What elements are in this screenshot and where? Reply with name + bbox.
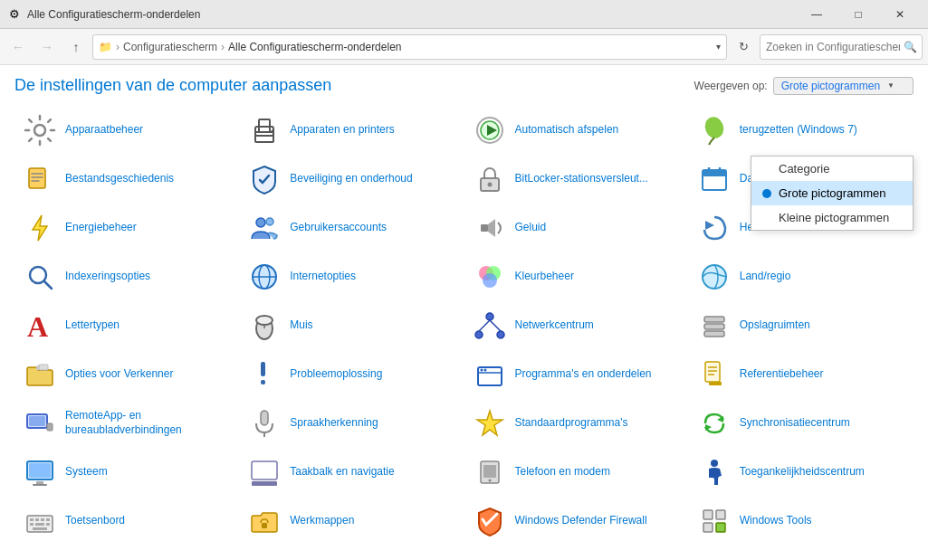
programmas-icon bbox=[472, 356, 508, 393]
geluid-icon bbox=[472, 210, 508, 246]
app-icon: ⚙ bbox=[7, 7, 22, 22]
refresh-button[interactable]: ↻ bbox=[731, 34, 756, 60]
grid-item-toegankelijkheid[interactable]: Toegankelijkheidscentrum bbox=[689, 448, 914, 497]
apparaten-printers-icon bbox=[246, 112, 282, 148]
svg-point-29 bbox=[483, 273, 497, 288]
grid-item-referentie[interactable]: Referentiebeheer bbox=[689, 350, 914, 399]
gebruikers-label: Gebruikersaccounts bbox=[290, 221, 387, 235]
wintools-label: Windows Tools bbox=[740, 514, 812, 528]
svg-point-11 bbox=[487, 183, 492, 187]
werkmappen-label: Werkmappen bbox=[290, 514, 354, 528]
svg-rect-67 bbox=[483, 465, 496, 478]
automatisch-afspelen-label: Automatisch afspelen bbox=[515, 123, 619, 138]
svg-line-23 bbox=[44, 281, 52, 289]
grid-item-gebruikers[interactable]: Gebruikersaccounts bbox=[239, 204, 464, 252]
grid-item-sync[interactable]: Synchronisatiecentrum bbox=[689, 399, 914, 448]
view-control: Weergeven op: Grote pictogrammen bbox=[694, 77, 914, 95]
grid-item-terugzetten[interactable]: terugzetten (Windows 7) bbox=[689, 106, 914, 155]
svg-marker-58 bbox=[477, 411, 502, 435]
breadcrumb-dropdown[interactable]: ▾ bbox=[716, 42, 721, 52]
close-button[interactable]: ✕ bbox=[879, 0, 921, 29]
titlebar: ⚙ Alle Configuratiescherm-onderdelen — □… bbox=[0, 0, 928, 29]
maximize-button[interactable]: □ bbox=[837, 0, 879, 29]
taakbalk-label: Taakbalk en navigatie bbox=[290, 465, 394, 479]
svg-rect-83 bbox=[716, 523, 725, 532]
minimize-button[interactable]: — bbox=[796, 0, 837, 29]
dropdown-item-small[interactable]: Kleine pictogrammen bbox=[751, 205, 913, 230]
grid-item-lettertypen[interactable]: ALettertypen bbox=[14, 301, 239, 350]
svg-rect-73 bbox=[41, 518, 44, 521]
page-title: De instellingen van de computer aanpasse… bbox=[14, 76, 331, 95]
svg-rect-41 bbox=[704, 324, 724, 329]
grid-item-netwerk[interactable]: Netwerkcentrum bbox=[464, 301, 689, 350]
grid-item-internet[interactable]: Internetopties bbox=[239, 252, 464, 301]
grid-item-bestandsgeschiedenis[interactable]: Bestandsgeschiedenis bbox=[14, 155, 239, 204]
dropdown-item-category[interactable]: Categorie bbox=[751, 157, 913, 181]
grid-item-verkenner[interactable]: Opties voor Verkenner bbox=[14, 350, 239, 399]
taakbalk-icon bbox=[246, 454, 282, 490]
svg-rect-74 bbox=[46, 518, 50, 521]
grid-item-automatisch-afspelen[interactable]: Automatisch afspelen bbox=[464, 106, 689, 155]
svg-line-38 bbox=[479, 320, 490, 331]
verkenner-icon bbox=[22, 356, 58, 393]
view-dropdown-button[interactable]: Grote pictogrammen bbox=[773, 77, 914, 95]
grid-item-standaard[interactable]: Standaardprogramma's bbox=[464, 399, 689, 448]
muis-label: Muis bbox=[290, 318, 312, 333]
grid-item-beveiliging[interactable]: Beveiliging en onderhoud bbox=[239, 155, 464, 204]
remote-icon bbox=[22, 405, 58, 441]
grid-item-apparaten-printers[interactable]: Apparaten en printers bbox=[239, 106, 464, 155]
grid-item-remote[interactable]: RemoteApp- en bureaubladverbindingen bbox=[14, 399, 239, 448]
grid-item-programmas[interactable]: Programma's en onderdelen bbox=[464, 350, 689, 399]
grid-item-kleurbeheer[interactable]: Kleurbeheer bbox=[464, 252, 689, 301]
opslag-label: Opslagruimten bbox=[740, 318, 810, 333]
search-wrap: 🔍 bbox=[760, 34, 923, 60]
grid-item-telefoon[interactable]: Telefoon en modem bbox=[464, 448, 689, 497]
forward-button[interactable]: → bbox=[34, 34, 60, 60]
grid-item-taakbalk[interactable]: Taakbalk en navigatie bbox=[239, 448, 464, 497]
landregio-label: Land/regio bbox=[740, 270, 791, 284]
grid-item-opslag[interactable]: Opslagruimten bbox=[689, 301, 914, 350]
toegankelijkheid-label: Toegankelijkheidscentrum bbox=[740, 465, 865, 479]
svg-point-68 bbox=[488, 479, 491, 482]
search-input[interactable] bbox=[760, 34, 923, 60]
svg-rect-40 bbox=[704, 317, 724, 322]
svg-rect-64 bbox=[33, 484, 47, 486]
grid-item-indexering[interactable]: Indexeringsopties bbox=[14, 252, 239, 301]
svg-rect-42 bbox=[704, 331, 724, 337]
svg-rect-65 bbox=[252, 461, 277, 479]
back-button[interactable]: ← bbox=[5, 34, 31, 60]
svg-rect-46 bbox=[261, 380, 265, 384]
grid-item-probleemoplossing[interactable]: Probleemoplossing bbox=[239, 350, 464, 399]
systeem-label: Systeem bbox=[65, 465, 108, 479]
grid-item-defender[interactable]: Windows Defender Firewall bbox=[464, 497, 689, 546]
opslag-icon bbox=[696, 308, 732, 344]
kleurbeheer-icon bbox=[472, 259, 508, 295]
grid-item-apparaatbeheer[interactable]: Apparaatbeheer bbox=[14, 106, 239, 155]
up-button[interactable]: ↑ bbox=[63, 34, 89, 60]
grid-item-geluid[interactable]: Geluid bbox=[464, 204, 689, 252]
breadcrumb-bar[interactable]: 📁 › Configuratiescherm › Alle Configurat… bbox=[92, 34, 727, 60]
grid-item-muis[interactable]: Muis bbox=[239, 301, 464, 350]
svg-point-49 bbox=[480, 369, 483, 372]
svg-point-69 bbox=[711, 460, 718, 467]
grid-item-systeem[interactable]: Systeem bbox=[14, 448, 239, 497]
kleurbeheer-label: Kleurbeheer bbox=[515, 270, 574, 284]
svg-rect-44 bbox=[39, 365, 48, 370]
svg-rect-63 bbox=[36, 481, 43, 484]
dropdown-label-small: Kleine pictogrammen bbox=[779, 211, 889, 224]
grid-item-spraak[interactable]: Spraakherkenning bbox=[239, 399, 464, 448]
grid-item-energiebeheer[interactable]: Energiebeheer bbox=[14, 204, 239, 252]
breadcrumb-root[interactable]: Configuratiescherm bbox=[123, 41, 217, 53]
dropdown-item-large[interactable]: Grote pictogrammen bbox=[751, 181, 913, 205]
svg-rect-75 bbox=[30, 523, 33, 526]
grid-item-bitlocker[interactable]: BitLocker-stationsversleut... bbox=[464, 155, 689, 204]
grid-item-werkmappen[interactable]: Werkmappen bbox=[239, 497, 464, 546]
svg-point-34 bbox=[256, 316, 273, 325]
sync-label: Synchronisatiecentrum bbox=[740, 416, 850, 431]
grid-item-toetsenbord[interactable]: Toetsenbord bbox=[14, 497, 239, 546]
grid-item-landregio[interactable]: Land/regio bbox=[689, 252, 914, 301]
grid-item-wintools[interactable]: Windows Tools bbox=[689, 497, 914, 546]
systeem-icon bbox=[22, 454, 58, 490]
beveiliging-icon bbox=[246, 161, 282, 197]
defender-icon bbox=[472, 503, 508, 539]
